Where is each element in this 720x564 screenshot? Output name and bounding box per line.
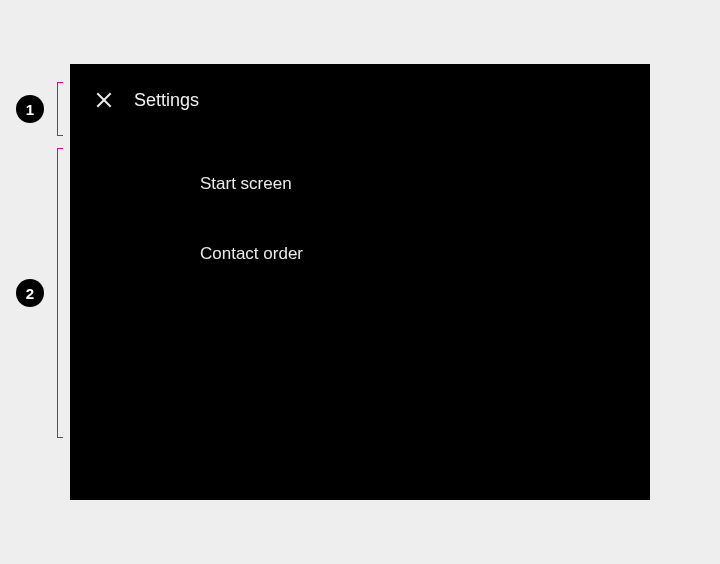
annotation-marker-1-label: 1 bbox=[26, 101, 34, 118]
settings-title: Settings bbox=[134, 90, 199, 111]
annotation-marker-1: 1 bbox=[16, 95, 44, 123]
close-button[interactable] bbox=[90, 86, 118, 114]
menu-item-contact-order[interactable]: Contact order bbox=[200, 226, 630, 282]
settings-menu-list: Start screen Contact order bbox=[200, 156, 630, 282]
annotation-bracket-2 bbox=[57, 148, 63, 438]
annotation-bracket-1 bbox=[57, 82, 63, 136]
annotation-marker-2-label: 2 bbox=[26, 285, 34, 302]
close-icon bbox=[95, 91, 113, 109]
menu-item-start-screen[interactable]: Start screen bbox=[200, 156, 630, 212]
annotation-marker-2: 2 bbox=[16, 279, 44, 307]
menu-item-label: Start screen bbox=[200, 174, 292, 194]
menu-item-label: Contact order bbox=[200, 244, 303, 264]
settings-header: Settings bbox=[70, 64, 650, 136]
settings-panel: Settings Start screen Contact order bbox=[70, 64, 650, 500]
